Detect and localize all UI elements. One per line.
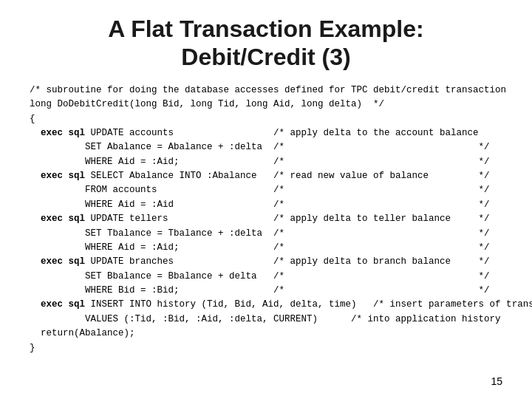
code-line-from-accounts: FROM accounts /* */ (30, 183, 502, 197)
code-line-set-abalance: SET Abalance = Abalance + :delta /* */ (30, 140, 502, 154)
code-line-select-abalance: exec sql SELECT Abalance INTO :Abalance … (30, 169, 502, 183)
slide-title: A Flat Transaction Example: Debit/Credit… (30, 15, 502, 72)
code-line-brace-open: { (30, 112, 502, 126)
slide: A Flat Transaction Example: Debit/Credit… (0, 0, 532, 399)
code-line-where-aid2: WHERE Aid = :Aid /* */ (30, 198, 502, 212)
code-line-where-aid1: WHERE Aid = :Aid; /* */ (30, 155, 502, 169)
code-line-insert-history: exec sql INSERT INTO history (Tid, Bid, … (30, 298, 502, 312)
code-line-values: VALUES (:Tid, :Bid, :Aid, :delta, CURREN… (30, 313, 502, 327)
title-line1: A Flat Transaction Example: (30, 15, 502, 43)
code-line-where-aid3: WHERE Aid = :Aid; /* */ (30, 241, 502, 255)
page-number: 15 (491, 375, 502, 387)
code-line-where-bid: WHERE Bid = :Bid; /* */ (30, 284, 502, 298)
title-line2: Debit/Credit (3) (30, 43, 502, 71)
code-line-comment2: long DoDebitCredit(long Bid, long Tid, l… (30, 98, 502, 112)
code-line-update-branches: exec sql UPDATE branches /* apply delta … (30, 255, 502, 269)
code-line-set-tbalance: SET Tbalance = Tbalance + :delta /* */ (30, 227, 502, 241)
code-line-brace-close: } (30, 341, 502, 355)
code-block: /* subroutine for doing the database acc… (30, 83, 502, 355)
code-line-comment1: /* subroutine for doing the database acc… (30, 83, 502, 98)
code-line-set-bbalance: SET Bbalance = Bbalance + delta /* */ (30, 270, 502, 284)
code-line-return: return(Abalance); (30, 327, 502, 341)
code-line-update-accounts: exec sql UPDATE accounts /* apply delta … (30, 126, 502, 140)
code-line-update-tellers: exec sql UPDATE tellers /* apply delta t… (30, 212, 502, 226)
